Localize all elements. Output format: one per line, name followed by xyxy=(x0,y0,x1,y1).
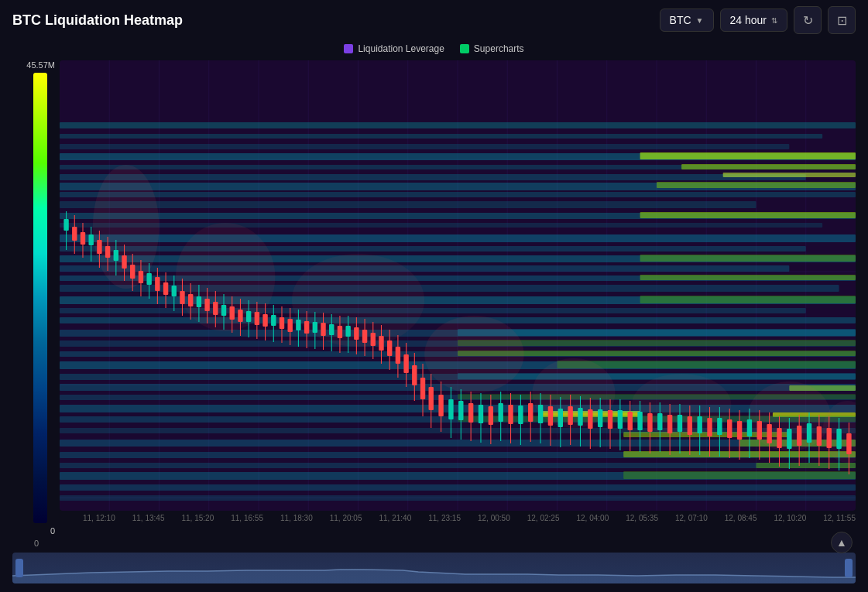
svg-rect-91 xyxy=(72,227,77,241)
svg-rect-119 xyxy=(188,294,193,306)
svg-rect-101 xyxy=(114,250,118,261)
chevron-updown-icon: ⇅ xyxy=(771,16,777,25)
svg-rect-245 xyxy=(767,424,771,443)
svg-rect-165 xyxy=(379,336,383,351)
svg-rect-223 xyxy=(657,413,662,430)
time-label-13: 12, 08:45 xyxy=(725,514,757,522)
color-scale: 45.57M 0 xyxy=(12,60,55,536)
svg-rect-247 xyxy=(777,428,781,448)
refresh-button[interactable]: ↻ xyxy=(794,6,822,34)
heatmap-svg: ⬟ coinglass xyxy=(60,60,856,511)
svg-rect-89 xyxy=(63,219,68,231)
svg-rect-73 xyxy=(60,463,856,468)
header: BTC Liquidation Heatmap BTC ▼ 24 hour ⇅ … xyxy=(0,0,868,40)
color-bar-min-label: 0 xyxy=(50,526,55,536)
asset-label: BTC xyxy=(670,14,691,26)
svg-rect-149 xyxy=(313,322,317,333)
svg-rect-21 xyxy=(60,134,822,139)
svg-rect-95 xyxy=(88,234,93,245)
svg-rect-42 xyxy=(640,275,856,280)
svg-rect-169 xyxy=(396,347,400,364)
svg-rect-109 xyxy=(146,273,151,285)
svg-rect-125 xyxy=(213,302,218,315)
svg-point-83 xyxy=(424,316,524,393)
svg-rect-163 xyxy=(371,333,376,346)
svg-rect-179 xyxy=(438,395,443,416)
svg-rect-183 xyxy=(458,401,463,420)
svg-rect-219 xyxy=(637,412,642,430)
time-axis: 11, 12:10 11, 13:45 11, 15:20 11, 16:55 … xyxy=(60,511,856,522)
time-label-5: 11, 20:05 xyxy=(330,514,362,522)
navigator-bar[interactable] xyxy=(12,553,856,583)
svg-rect-167 xyxy=(387,340,392,356)
svg-rect-45 xyxy=(640,296,856,303)
chart-legend: Liquidation Leverage Supercharts xyxy=(0,40,868,60)
svg-rect-257 xyxy=(827,428,832,448)
svg-rect-69 xyxy=(60,440,856,447)
zero-container: 0 xyxy=(0,536,868,549)
timeframe-label: 24 hour xyxy=(730,14,767,26)
svg-rect-107 xyxy=(139,271,143,283)
svg-rect-46 xyxy=(60,308,806,313)
svg-rect-255 xyxy=(817,426,822,446)
svg-rect-239 xyxy=(737,421,742,440)
svg-rect-97 xyxy=(97,240,101,254)
svg-rect-225 xyxy=(667,415,672,433)
time-label-15: 12, 11:55 xyxy=(823,514,856,522)
legend-color-supercharts xyxy=(460,44,469,53)
svg-rect-28 xyxy=(681,164,856,169)
time-label-14: 12, 10:20 xyxy=(774,514,807,522)
svg-rect-233 xyxy=(707,418,712,436)
svg-rect-153 xyxy=(329,324,334,335)
svg-rect-203 xyxy=(558,409,563,427)
legend-label-supercharts: Supercharts xyxy=(474,43,524,54)
svg-rect-135 xyxy=(255,312,259,325)
svg-rect-141 xyxy=(280,317,284,329)
svg-rect-27 xyxy=(640,152,856,159)
time-label-1: 11, 13:45 xyxy=(132,514,165,522)
svg-rect-37 xyxy=(60,246,806,252)
asset-dropdown[interactable]: BTC ▼ xyxy=(660,9,714,32)
time-label-10: 12, 04:00 xyxy=(577,514,609,522)
color-bar-max-label: 45.57M xyxy=(26,60,55,70)
scroll-up-button[interactable]: ▲ xyxy=(831,532,853,553)
svg-rect-123 xyxy=(204,299,209,311)
time-label-8: 12, 00:50 xyxy=(478,514,510,522)
screenshot-button[interactable]: ⊡ xyxy=(828,6,856,34)
svg-rect-205 xyxy=(568,406,572,425)
refresh-icon: ↻ xyxy=(803,13,813,28)
timeframe-dropdown[interactable]: 24 hour ⇅ xyxy=(720,9,787,32)
svg-rect-22 xyxy=(60,144,789,149)
svg-rect-155 xyxy=(338,326,342,338)
svg-rect-137 xyxy=(262,314,267,327)
svg-rect-209 xyxy=(588,409,592,429)
svg-rect-103 xyxy=(122,255,126,269)
svg-rect-177 xyxy=(429,387,434,410)
svg-rect-171 xyxy=(403,354,408,373)
time-label-3: 11, 16:55 xyxy=(231,514,263,522)
svg-rect-221 xyxy=(647,413,652,432)
svg-rect-151 xyxy=(321,323,325,336)
scroll-handle-left[interactable] xyxy=(15,559,23,577)
time-label-9: 12, 02:25 xyxy=(527,514,560,522)
time-label-2: 11, 15:20 xyxy=(182,514,214,522)
svg-rect-215 xyxy=(618,410,623,429)
svg-rect-32 xyxy=(60,201,756,208)
svg-rect-29 xyxy=(657,182,856,188)
svg-rect-253 xyxy=(807,423,811,443)
svg-rect-117 xyxy=(180,291,184,304)
svg-rect-191 xyxy=(498,403,503,422)
svg-rect-55 xyxy=(558,361,856,368)
controls: BTC ▼ 24 hour ⇅ ↻ ⊡ xyxy=(660,6,856,34)
main-chart-container: ⬟ coinglass 63724 62000 60000 58000 5600… xyxy=(60,60,856,536)
svg-rect-25 xyxy=(60,174,806,180)
scroll-handle-right[interactable] xyxy=(845,559,853,577)
legend-label-liquidation: Liquidation Leverage xyxy=(358,43,444,54)
svg-rect-193 xyxy=(508,405,513,424)
svg-rect-75 xyxy=(623,471,856,479)
heatmap-chart[interactable]: ⬟ coinglass 63724 62000 60000 58000 5600… xyxy=(60,60,856,511)
svg-rect-195 xyxy=(518,406,523,424)
page-title: BTC Liquidation Heatmap xyxy=(12,12,660,29)
svg-rect-93 xyxy=(81,232,85,245)
svg-rect-259 xyxy=(836,429,841,449)
